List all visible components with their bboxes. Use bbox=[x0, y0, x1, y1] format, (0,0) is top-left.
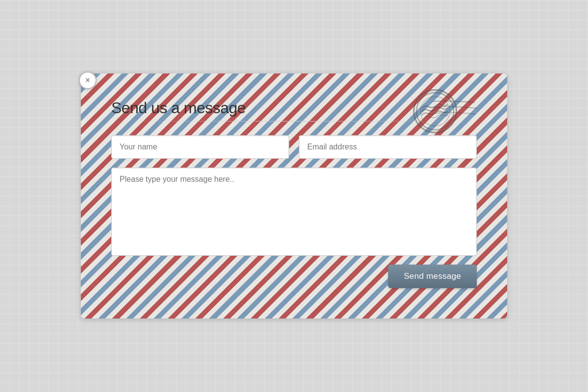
name-input[interactable] bbox=[111, 135, 289, 159]
postmark bbox=[413, 89, 472, 133]
button-row: Send message bbox=[111, 265, 477, 288]
send-button[interactable]: Send message bbox=[388, 265, 477, 288]
message-textarea[interactable] bbox=[111, 168, 477, 256]
envelope-wrapper: × Send u bbox=[81, 74, 507, 318]
message-row bbox=[111, 168, 477, 256]
cancellation-lines bbox=[433, 97, 477, 121]
close-button[interactable]: × bbox=[79, 72, 97, 89]
email-input[interactable] bbox=[299, 135, 477, 159]
name-email-row bbox=[111, 135, 477, 159]
envelope-card: × Send u bbox=[81, 74, 507, 318]
